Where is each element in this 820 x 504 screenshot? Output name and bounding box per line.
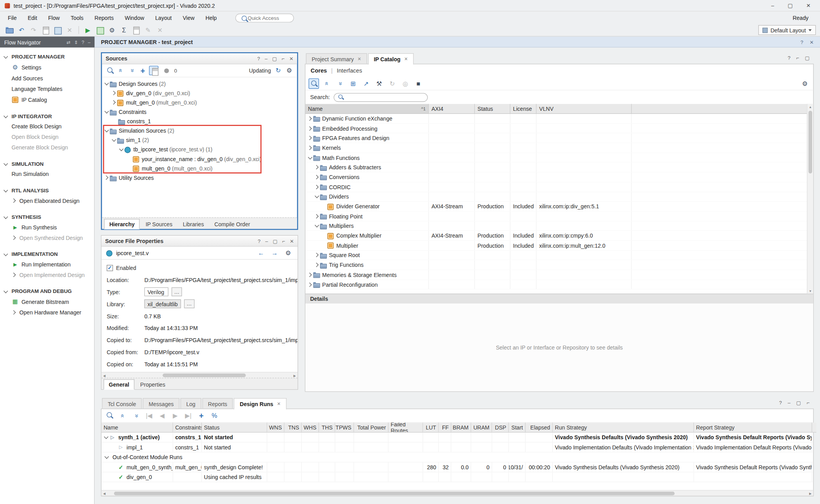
scroll-thumb[interactable] xyxy=(809,111,812,174)
float-icon[interactable]: ⌐ xyxy=(807,400,809,406)
vertical-scrollbar[interactable]: ▲ ▼ xyxy=(807,104,813,294)
scroll-thumb[interactable] xyxy=(114,492,674,495)
chevron-right-icon[interactable] xyxy=(11,272,16,277)
chevron-down-icon[interactable] xyxy=(103,435,109,440)
runs-column-total_power[interactable]: Total Power xyxy=(354,422,389,432)
source-mult-gen-0[interactable]: mult_gen_0 (mult_gen_0.xci) xyxy=(102,98,297,107)
chevron-right-icon[interactable] xyxy=(308,135,313,140)
flownav-item-run-simulation[interactable]: Run Simulation xyxy=(0,169,94,179)
open-icon[interactable] xyxy=(4,25,15,35)
chevron-right-icon[interactable] xyxy=(314,253,319,258)
flownav-item-open-elaborated-design[interactable]: Open Elaborated Design xyxy=(0,195,94,206)
chevron-down-icon[interactable] xyxy=(3,289,8,294)
flownav-item-create-block-design[interactable]: Create Block Design xyxy=(0,121,94,132)
minimize-icon[interactable]: – xyxy=(788,400,790,406)
add-sources-icon[interactable]: + xyxy=(138,66,148,75)
subnav-cores[interactable]: Cores xyxy=(311,67,327,74)
undo-icon[interactable]: ↶ xyxy=(16,25,27,35)
chevron-down-icon[interactable] xyxy=(104,109,109,114)
search-icon[interactable] xyxy=(105,410,115,421)
quick-access-input[interactable] xyxy=(248,15,289,21)
column-header-status[interactable]: Status xyxy=(475,104,510,114)
flownav-header-simulation[interactable]: SIMULATION xyxy=(0,159,94,169)
delete-icon[interactable]: ✕ xyxy=(64,25,75,35)
catalog-row-dividers[interactable]: Dividers xyxy=(305,192,813,202)
property-combo-library[interactable]: xil_defaultlib xyxy=(144,299,181,308)
chevron-right-icon[interactable] xyxy=(314,165,319,170)
properties-horizontal-scrollbar[interactable]: ◀ ▶ xyxy=(102,372,298,378)
search-icon[interactable] xyxy=(308,78,319,89)
chevron-right-icon[interactable] xyxy=(314,263,319,268)
chevron-down-icon[interactable] xyxy=(3,114,8,119)
help-icon[interactable]: ? xyxy=(788,55,790,61)
minimize-icon[interactable]: – xyxy=(88,39,91,44)
refresh-icon[interactable]: ↻ xyxy=(387,78,398,89)
subnav-interfaces[interactable]: Interfaces xyxy=(337,67,362,74)
refresh-icon[interactable]: ↻ xyxy=(273,66,283,75)
create-run-icon[interactable]: + xyxy=(196,410,207,421)
scroll-track[interactable] xyxy=(107,373,292,378)
chevron-right-icon[interactable] xyxy=(308,282,313,287)
redo-icon[interactable]: ↷ xyxy=(28,25,39,35)
chevron-right-icon[interactable] xyxy=(104,175,109,180)
flownav-item-generate-bitstream[interactable]: ▦Generate Bitstream xyxy=(0,296,94,307)
customize-icon[interactable]: ⚒ xyxy=(374,78,385,89)
catalog-row-square-root[interactable]: Square Root xyxy=(305,250,813,260)
float-icon[interactable]: ⌐ xyxy=(796,55,799,61)
chevron-right-icon[interactable] xyxy=(11,310,16,315)
implementation-icon[interactable] xyxy=(94,25,105,35)
chevron-right-icon[interactable] xyxy=(111,91,116,96)
catalog-row-conversions[interactable]: Conversions xyxy=(305,172,813,182)
chevron-down-icon[interactable] xyxy=(3,161,8,166)
flownav-item-language-templates[interactable]: Language Templates xyxy=(0,83,94,94)
tab-compile-order[interactable]: Compile Order xyxy=(210,220,255,229)
source-constrs-1[interactable]: constrs_1 xyxy=(102,117,297,126)
minimize-icon[interactable]: – xyxy=(771,3,774,9)
chevron-down-icon[interactable] xyxy=(314,223,319,228)
flownav-item-open-implemented-design[interactable]: Open Implemented Design xyxy=(0,270,94,280)
flownav-header-program-and-debug[interactable]: PROGRAM AND DEBUG xyxy=(0,286,94,296)
source-div-gen-0[interactable]: div_gen_0 (div_gen_0.xci) xyxy=(102,88,297,98)
catalog-row-embedded-processing[interactable]: Embedded Processing xyxy=(305,124,813,133)
runs-column-uram[interactable]: URAM xyxy=(471,422,492,432)
minimize-icon[interactable]: – xyxy=(265,56,267,62)
chevron-down-icon[interactable] xyxy=(3,54,8,59)
run-icon[interactable]: ▶ xyxy=(83,25,93,35)
sum-icon[interactable]: Σ xyxy=(119,25,129,35)
runs-column-bram[interactable]: BRAM xyxy=(451,422,471,432)
column-header-axi4[interactable]: AXI4 xyxy=(429,104,475,114)
browse-button[interactable]: … xyxy=(171,287,182,296)
runs-column-elapsed[interactable]: Elapsed xyxy=(526,422,553,432)
runs-column-run_strategy[interactable]: Run Strategy xyxy=(553,422,694,432)
menu-edit[interactable]: Edit xyxy=(23,13,42,22)
tab-general[interactable]: General xyxy=(103,379,134,390)
chevron-down-icon[interactable] xyxy=(3,252,8,257)
cancel-icon[interactable]: ✕ xyxy=(155,25,165,35)
catalog-row-dynamic-function-exchange[interactable]: Dynamic Function eXchange xyxy=(305,114,813,124)
scroll-down-icon[interactable]: ▼ xyxy=(809,288,812,294)
catalog-row-floating-point[interactable]: Floating Point xyxy=(305,211,813,221)
ip-search-box[interactable] xyxy=(333,93,428,102)
maximize-icon[interactable]: ▢ xyxy=(272,56,277,62)
sources-panel-header[interactable]: Sources ?–▢⌐✕ xyxy=(102,53,297,64)
quick-access-search[interactable] xyxy=(235,13,294,22)
runs-horizontal-scrollbar[interactable]: ◀ ▶ xyxy=(102,490,813,496)
tab-project-summary[interactable]: Project Summary✕ xyxy=(306,53,367,65)
scroll-right-icon[interactable]: ▶ xyxy=(292,373,298,377)
catalog-row-adders-subtracters[interactable]: Adders & Subtracters xyxy=(305,163,813,172)
maximize-icon[interactable]: ▢ xyxy=(788,3,793,9)
help-icon[interactable]: ? xyxy=(800,39,803,45)
menu-window[interactable]: Window xyxy=(120,13,149,22)
menu-layout[interactable]: Layout xyxy=(150,13,176,22)
flownav-header-project-manager[interactable]: PROJECT MANAGER xyxy=(0,52,94,62)
maximize-icon[interactable]: ▢ xyxy=(273,238,277,244)
source-utility-sources[interactable]: Utility Sources xyxy=(102,173,297,182)
minimize-icon[interactable]: – xyxy=(265,238,268,244)
menu-tools[interactable]: Tools xyxy=(66,13,88,22)
catalog-row-partial-reconfiguration[interactable]: Partial Reconfiguration xyxy=(305,280,813,289)
chevron-right-icon[interactable] xyxy=(111,100,116,105)
scroll-up-icon[interactable]: ▲ xyxy=(809,104,812,110)
play-icon[interactable]: ▶ xyxy=(170,410,180,421)
runs-column-status[interactable]: Status xyxy=(202,422,267,432)
browse-button[interactable]: … xyxy=(184,299,194,308)
